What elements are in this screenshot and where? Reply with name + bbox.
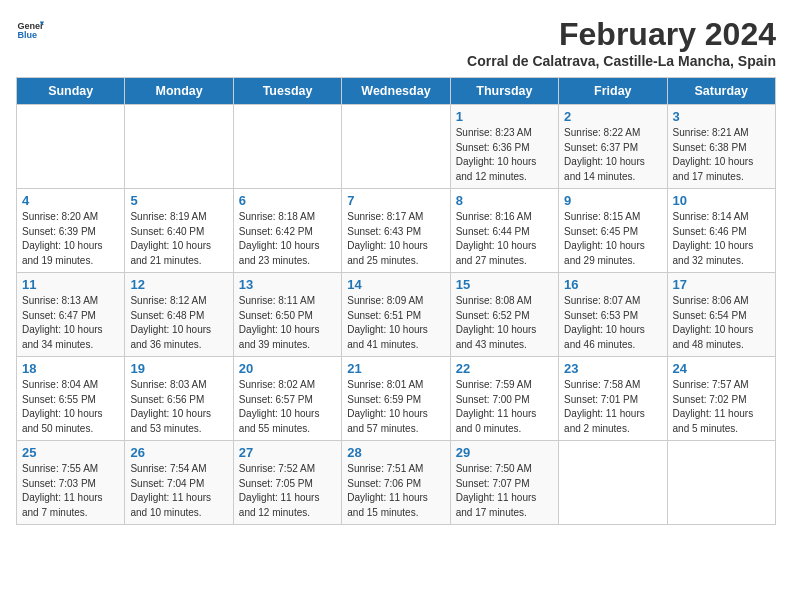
calendar-cell: 6Sunrise: 8:18 AM Sunset: 6:42 PM Daylig… — [233, 189, 341, 273]
svg-text:General: General — [17, 21, 44, 31]
calendar-cell: 28Sunrise: 7:51 AM Sunset: 7:06 PM Dayli… — [342, 441, 450, 525]
calendar-cell: 5Sunrise: 8:19 AM Sunset: 6:40 PM Daylig… — [125, 189, 233, 273]
day-number: 10 — [673, 193, 770, 208]
calendar-cell: 15Sunrise: 8:08 AM Sunset: 6:52 PM Dayli… — [450, 273, 558, 357]
calendar-header: SundayMondayTuesdayWednesdayThursdayFrid… — [17, 78, 776, 105]
calendar-cell: 19Sunrise: 8:03 AM Sunset: 6:56 PM Dayli… — [125, 357, 233, 441]
day-info: Sunrise: 8:02 AM Sunset: 6:57 PM Dayligh… — [239, 378, 336, 436]
day-info: Sunrise: 7:55 AM Sunset: 7:03 PM Dayligh… — [22, 462, 119, 520]
day-number: 14 — [347, 277, 444, 292]
svg-text:Blue: Blue — [17, 30, 37, 40]
logo-icon: General Blue — [16, 16, 44, 44]
calendar-cell — [17, 105, 125, 189]
day-info: Sunrise: 8:09 AM Sunset: 6:51 PM Dayligh… — [347, 294, 444, 352]
day-info: Sunrise: 8:23 AM Sunset: 6:36 PM Dayligh… — [456, 126, 553, 184]
calendar-cell: 11Sunrise: 8:13 AM Sunset: 6:47 PM Dayli… — [17, 273, 125, 357]
calendar-cell: 7Sunrise: 8:17 AM Sunset: 6:43 PM Daylig… — [342, 189, 450, 273]
calendar-cell: 24Sunrise: 7:57 AM Sunset: 7:02 PM Dayli… — [667, 357, 775, 441]
calendar-cell: 22Sunrise: 7:59 AM Sunset: 7:00 PM Dayli… — [450, 357, 558, 441]
weekday-header: Friday — [559, 78, 667, 105]
day-info: Sunrise: 8:17 AM Sunset: 6:43 PM Dayligh… — [347, 210, 444, 268]
day-number: 20 — [239, 361, 336, 376]
calendar-week-row: 4Sunrise: 8:20 AM Sunset: 6:39 PM Daylig… — [17, 189, 776, 273]
calendar-cell: 18Sunrise: 8:04 AM Sunset: 6:55 PM Dayli… — [17, 357, 125, 441]
calendar-week-row: 25Sunrise: 7:55 AM Sunset: 7:03 PM Dayli… — [17, 441, 776, 525]
day-number: 18 — [22, 361, 119, 376]
day-number: 24 — [673, 361, 770, 376]
day-info: Sunrise: 7:51 AM Sunset: 7:06 PM Dayligh… — [347, 462, 444, 520]
day-info: Sunrise: 8:04 AM Sunset: 6:55 PM Dayligh… — [22, 378, 119, 436]
day-number: 17 — [673, 277, 770, 292]
calendar-cell: 21Sunrise: 8:01 AM Sunset: 6:59 PM Dayli… — [342, 357, 450, 441]
calendar-cell — [667, 441, 775, 525]
day-info: Sunrise: 7:58 AM Sunset: 7:01 PM Dayligh… — [564, 378, 661, 436]
day-info: Sunrise: 8:19 AM Sunset: 6:40 PM Dayligh… — [130, 210, 227, 268]
calendar-cell — [342, 105, 450, 189]
day-number: 19 — [130, 361, 227, 376]
day-number: 3 — [673, 109, 770, 124]
calendar-cell: 1Sunrise: 8:23 AM Sunset: 6:36 PM Daylig… — [450, 105, 558, 189]
day-number: 1 — [456, 109, 553, 124]
day-info: Sunrise: 7:50 AM Sunset: 7:07 PM Dayligh… — [456, 462, 553, 520]
day-info: Sunrise: 8:07 AM Sunset: 6:53 PM Dayligh… — [564, 294, 661, 352]
day-number: 29 — [456, 445, 553, 460]
weekday-header: Monday — [125, 78, 233, 105]
day-info: Sunrise: 7:52 AM Sunset: 7:05 PM Dayligh… — [239, 462, 336, 520]
calendar-cell: 10Sunrise: 8:14 AM Sunset: 6:46 PM Dayli… — [667, 189, 775, 273]
calendar-cell: 23Sunrise: 7:58 AM Sunset: 7:01 PM Dayli… — [559, 357, 667, 441]
day-info: Sunrise: 8:06 AM Sunset: 6:54 PM Dayligh… — [673, 294, 770, 352]
day-number: 25 — [22, 445, 119, 460]
calendar-cell: 13Sunrise: 8:11 AM Sunset: 6:50 PM Dayli… — [233, 273, 341, 357]
calendar-cell: 16Sunrise: 8:07 AM Sunset: 6:53 PM Dayli… — [559, 273, 667, 357]
weekday-header: Tuesday — [233, 78, 341, 105]
calendar-cell — [559, 441, 667, 525]
day-number: 21 — [347, 361, 444, 376]
calendar-cell: 17Sunrise: 8:06 AM Sunset: 6:54 PM Dayli… — [667, 273, 775, 357]
calendar-cell: 8Sunrise: 8:16 AM Sunset: 6:44 PM Daylig… — [450, 189, 558, 273]
day-info: Sunrise: 8:08 AM Sunset: 6:52 PM Dayligh… — [456, 294, 553, 352]
title-block: February 2024 Corral de Calatrava, Casti… — [467, 16, 776, 69]
weekday-header: Wednesday — [342, 78, 450, 105]
day-number: 6 — [239, 193, 336, 208]
calendar-cell: 9Sunrise: 8:15 AM Sunset: 6:45 PM Daylig… — [559, 189, 667, 273]
calendar-cell — [233, 105, 341, 189]
calendar-cell: 4Sunrise: 8:20 AM Sunset: 6:39 PM Daylig… — [17, 189, 125, 273]
day-info: Sunrise: 8:14 AM Sunset: 6:46 PM Dayligh… — [673, 210, 770, 268]
calendar-table: SundayMondayTuesdayWednesdayThursdayFrid… — [16, 77, 776, 525]
day-number: 27 — [239, 445, 336, 460]
calendar-cell: 27Sunrise: 7:52 AM Sunset: 7:05 PM Dayli… — [233, 441, 341, 525]
day-info: Sunrise: 8:13 AM Sunset: 6:47 PM Dayligh… — [22, 294, 119, 352]
day-number: 15 — [456, 277, 553, 292]
day-info: Sunrise: 7:54 AM Sunset: 7:04 PM Dayligh… — [130, 462, 227, 520]
day-number: 12 — [130, 277, 227, 292]
day-number: 26 — [130, 445, 227, 460]
day-number: 23 — [564, 361, 661, 376]
day-number: 4 — [22, 193, 119, 208]
calendar-week-row: 11Sunrise: 8:13 AM Sunset: 6:47 PM Dayli… — [17, 273, 776, 357]
calendar-week-row: 18Sunrise: 8:04 AM Sunset: 6:55 PM Dayli… — [17, 357, 776, 441]
day-info: Sunrise: 8:16 AM Sunset: 6:44 PM Dayligh… — [456, 210, 553, 268]
day-number: 5 — [130, 193, 227, 208]
day-info: Sunrise: 7:59 AM Sunset: 7:00 PM Dayligh… — [456, 378, 553, 436]
day-info: Sunrise: 7:57 AM Sunset: 7:02 PM Dayligh… — [673, 378, 770, 436]
day-info: Sunrise: 8:18 AM Sunset: 6:42 PM Dayligh… — [239, 210, 336, 268]
month-year: February 2024 — [467, 16, 776, 53]
calendar-week-row: 1Sunrise: 8:23 AM Sunset: 6:36 PM Daylig… — [17, 105, 776, 189]
day-number: 7 — [347, 193, 444, 208]
logo: General Blue — [16, 16, 44, 44]
day-number: 9 — [564, 193, 661, 208]
header-row: SundayMondayTuesdayWednesdayThursdayFrid… — [17, 78, 776, 105]
day-number: 28 — [347, 445, 444, 460]
day-info: Sunrise: 8:15 AM Sunset: 6:45 PM Dayligh… — [564, 210, 661, 268]
weekday-header: Thursday — [450, 78, 558, 105]
day-number: 22 — [456, 361, 553, 376]
day-info: Sunrise: 8:01 AM Sunset: 6:59 PM Dayligh… — [347, 378, 444, 436]
calendar-body: 1Sunrise: 8:23 AM Sunset: 6:36 PM Daylig… — [17, 105, 776, 525]
day-info: Sunrise: 8:12 AM Sunset: 6:48 PM Dayligh… — [130, 294, 227, 352]
calendar-cell: 25Sunrise: 7:55 AM Sunset: 7:03 PM Dayli… — [17, 441, 125, 525]
calendar-cell: 3Sunrise: 8:21 AM Sunset: 6:38 PM Daylig… — [667, 105, 775, 189]
calendar-cell: 26Sunrise: 7:54 AM Sunset: 7:04 PM Dayli… — [125, 441, 233, 525]
day-number: 2 — [564, 109, 661, 124]
calendar-cell: 20Sunrise: 8:02 AM Sunset: 6:57 PM Dayli… — [233, 357, 341, 441]
calendar-cell — [125, 105, 233, 189]
